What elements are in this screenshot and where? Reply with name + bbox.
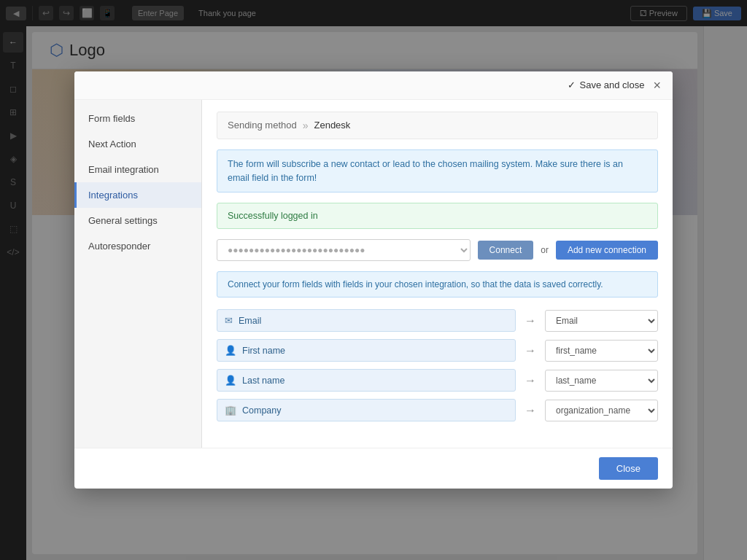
modal-dialog: ✓ Save and close × Form fields Next Acti… (74, 71, 673, 489)
or-text: or (541, 245, 549, 255)
field-source-firstname: 👤 First name (217, 339, 516, 362)
modal-body: Form fields Next Action Email integratio… (74, 100, 673, 448)
field-mapping: ✉ Email → Email 👤 First name (217, 309, 658, 421)
nav-email-integration[interactable]: Email integration (74, 157, 201, 182)
connection-select[interactable]: ●●●●●●●●●●●●●●●●●●●●●●●●●● (217, 239, 471, 261)
success-banner: Successfully logged in (217, 203, 658, 229)
success-text: Successfully logged in (228, 211, 318, 221)
arrow-icon-lastname: → (525, 374, 536, 387)
nav-next-action[interactable]: Next Action (74, 131, 201, 157)
modal-header-actions: ✓ Save and close × (568, 79, 661, 92)
save-close-label: Save and close (580, 79, 645, 90)
email-icon: ✉ (225, 315, 233, 326)
connect-button[interactable]: Connect (478, 241, 534, 260)
modal-overlay: ✓ Save and close × Form fields Next Acti… (0, 0, 747, 560)
modal-nav: Form fields Next Action Email integratio… (74, 100, 202, 448)
modal-footer: Close (74, 448, 673, 489)
arrow-icon-company: → (525, 404, 536, 417)
modal-main-content: Sending method » Zendesk The form will s… (202, 100, 673, 448)
lastname-target-select[interactable]: last_name (545, 370, 658, 392)
field-source-email: ✉ Email (217, 309, 516, 332)
field-source-lastname: 👤 Last name (217, 369, 516, 392)
firstname-target-select[interactable]: first_name (545, 340, 658, 362)
modal-header: ✓ Save and close × (74, 71, 673, 100)
field-source-company: 🏢 Company (217, 399, 516, 421)
breadcrumb-current: Zendesk (314, 120, 350, 131)
nav-general-settings[interactable]: General settings (74, 208, 201, 233)
breadcrumb: Sending method » Zendesk (217, 112, 658, 139)
field-row-email: ✉ Email → Email (217, 309, 658, 332)
nav-autoresponder[interactable]: Autoresponder (74, 233, 201, 259)
email-target-select[interactable]: Email (545, 310, 658, 332)
add-connection-button[interactable]: Add new connection (556, 241, 658, 260)
nav-form-fields[interactable]: Form fields (74, 106, 201, 131)
info-text: The form will subscribe a new contact or… (228, 159, 623, 183)
breadcrumb-first[interactable]: Sending method (228, 120, 297, 131)
person-icon-1: 👤 (225, 345, 236, 356)
field-row-firstname: 👤 First name → first_name (217, 339, 658, 362)
person-icon-2: 👤 (225, 375, 236, 386)
help-banner: Connect your form fields with fields in … (217, 271, 658, 298)
arrow-icon-firstname: → (525, 344, 536, 357)
field-row-company: 🏢 Company → organization_name (217, 399, 658, 421)
modal-close-button[interactable]: × (653, 79, 661, 92)
breadcrumb-separator: » (303, 120, 309, 131)
building-icon: 🏢 (225, 405, 236, 416)
field-row-lastname: 👤 Last name → last_name (217, 369, 658, 392)
close-modal-button[interactable]: Close (599, 457, 658, 480)
company-target-select[interactable]: organization_name (545, 400, 658, 421)
firstname-label: First name (242, 346, 285, 356)
connection-row: ●●●●●●●●●●●●●●●●●●●●●●●●●● Connect or Ad… (217, 239, 658, 261)
nav-integrations[interactable]: Integrations (74, 182, 201, 208)
help-text: Connect your form fields with fields in … (228, 279, 603, 289)
arrow-icon-email: → (525, 314, 536, 327)
info-banner: The form will subscribe a new contact or… (217, 149, 658, 193)
email-label: Email (239, 316, 261, 326)
save-close-button[interactable]: ✓ Save and close (568, 79, 645, 90)
checkmark-icon: ✓ (568, 79, 576, 90)
company-label: Company (242, 405, 282, 416)
lastname-label: Last name (242, 376, 285, 386)
